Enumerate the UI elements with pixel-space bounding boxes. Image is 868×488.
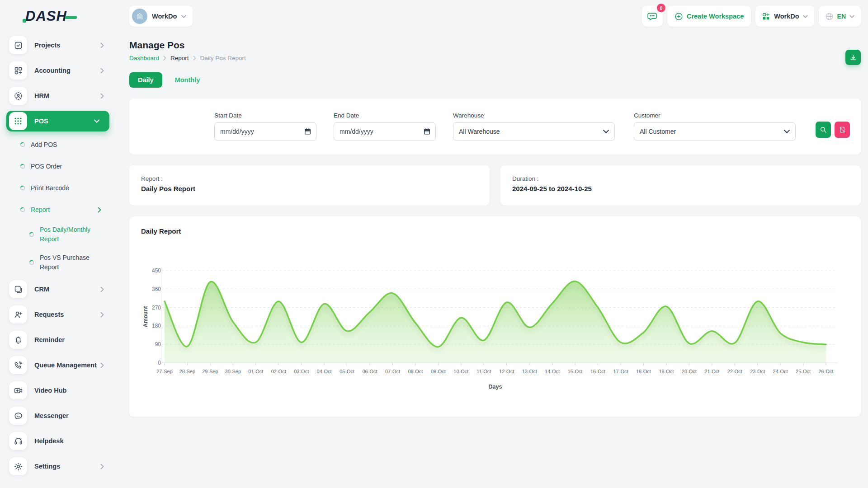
tab-monthly[interactable]: Monthly [170, 72, 205, 88]
helpdesk-icon [9, 432, 27, 450]
search-button[interactable] [816, 122, 831, 138]
svg-text:19-Oct: 19-Oct [659, 369, 674, 374]
sidebar-item-projects[interactable]: Projects [0, 33, 118, 58]
svg-text:24-Oct: 24-Oct [773, 369, 788, 374]
sidebar-item-messenger[interactable]: Messenger [0, 403, 118, 428]
start-date-input[interactable] [214, 122, 316, 141]
sidebar-item-accounting[interactable]: Accounting [0, 58, 118, 83]
requests-icon [9, 305, 27, 324]
svg-text:180: 180 [152, 323, 161, 329]
svg-text:17-Oct: 17-Oct [613, 369, 628, 374]
warehouse-field: Warehouse All Warehouse [453, 112, 615, 141]
chart-title: Daily Report [141, 227, 181, 235]
clear-filter-icon [839, 126, 846, 133]
svg-text:09-Oct: 09-Oct [431, 369, 446, 374]
workspace-switcher[interactable]: WorkDo [129, 6, 193, 27]
warehouse-selected-value: All Warehouse [459, 128, 500, 135]
svg-text:14-Oct: 14-Oct [545, 369, 560, 374]
end-date-input[interactable] [334, 122, 436, 141]
sidebar-item-label: Settings [34, 463, 60, 470]
sidebar-subitem-label: Print Barcode [31, 184, 69, 192]
tab-daily[interactable]: Daily [129, 72, 162, 88]
download-button[interactable] [845, 50, 861, 65]
svg-text:05-Oct: 05-Oct [340, 369, 354, 374]
sidebar-item-label: Projects [34, 42, 60, 49]
sidebar-subitem-label: POS Order [31, 163, 62, 170]
svg-text:0: 0 [158, 360, 161, 366]
sidebar-subitem-add-pos[interactable]: Add POS [0, 134, 118, 155]
company-menu-button[interactable]: WorkDo [755, 6, 814, 27]
chevron-down-icon [94, 119, 99, 123]
warehouse-label: Warehouse [453, 112, 615, 119]
sidebar-item-label: Accounting [34, 67, 71, 74]
svg-text:16-Oct: 16-Oct [590, 369, 605, 374]
sidebar-nav: Projects Accounting HRM POS Add POS POS … [0, 33, 118, 479]
customer-select[interactable]: All Customer [634, 122, 796, 141]
create-workspace-button[interactable]: Create Workspace [667, 6, 751, 27]
brand-logo[interactable]: DASH [0, 0, 118, 33]
sidebar-item-label: HRM [34, 92, 49, 99]
sidebar-item-helpdesk[interactable]: Helpdesk [0, 428, 118, 454]
breadcrumb-item-report[interactable]: Report [170, 55, 189, 61]
bullet-icon [20, 185, 25, 191]
svg-text:20-Oct: 20-Oct [682, 369, 697, 374]
chevron-down-icon [849, 15, 854, 18]
sidebar-item-label: Messenger [34, 412, 69, 419]
sidebar-subitem-pos-vs-purchase-report[interactable]: Pos VS Purchase Report [0, 249, 118, 277]
sidebar-subitem-report[interactable]: Report [0, 199, 118, 221]
svg-text:26-Oct: 26-Oct [818, 369, 833, 374]
daily-report-chart-svg: 09018027036045027-Sep28-Sep29-Sep30-Sep0… [141, 243, 849, 408]
sidebar-item-hrm[interactable]: HRM [0, 83, 118, 108]
duration-summary-label: Duration : [512, 175, 849, 182]
sidebar-subitem-pos-daily-monthly-report[interactable]: Pos Daily/Monthly Report [0, 221, 118, 249]
search-icon [820, 126, 827, 133]
svg-text:23-Oct: 23-Oct [750, 369, 765, 374]
breadcrumb-item-dashboard[interactable]: Dashboard [129, 55, 159, 61]
svg-text:270: 270 [152, 305, 161, 311]
workspace-name: WorkDo [152, 13, 177, 20]
messages-button[interactable]: 0 [642, 6, 663, 27]
app-root: DASH Projects Accounting HRM POS Add POS… [0, 0, 868, 488]
sidebar-subitem-label: Report [31, 206, 50, 213]
logo-text: DASH [25, 8, 67, 24]
sidebar-item-queue-management[interactable]: Queue Management [0, 352, 118, 378]
sidebar-item-crm[interactable]: CRM [0, 277, 118, 302]
bullet-icon [29, 232, 34, 237]
chevron-right-icon [100, 42, 104, 48]
language-code: EN [837, 13, 846, 20]
report-summary-card: Report : Daily Pos Report [129, 165, 490, 206]
accounting-icon [9, 61, 27, 80]
download-icon [849, 54, 857, 61]
sidebar-item-settings[interactable]: Settings [0, 454, 118, 479]
main-content: Manage Pos DashboardReportDaily Pos Repo… [129, 33, 861, 417]
sidebar-subitem-pos-order[interactable]: POS Order [0, 155, 118, 177]
sidebar-item-label: Video Hub [34, 387, 66, 394]
messages-badge: 0 [657, 4, 665, 12]
topbar: WorkDo 0 Create Workspace [118, 0, 868, 33]
summary-row: Report : Daily Pos Report Duration : 202… [129, 165, 861, 206]
chevron-down-icon [784, 130, 790, 133]
sidebar-item-requests[interactable]: Requests [0, 302, 118, 327]
sidebar-item-pos[interactable]: POS [6, 111, 109, 131]
svg-text:90: 90 [155, 341, 161, 347]
language-selector[interactable]: EN [819, 6, 861, 27]
sidebar-item-reminder[interactable]: Reminder [0, 327, 118, 352]
sidebar-subitem-print-barcode[interactable]: Print Barcode [0, 177, 118, 199]
svg-text:03-Oct: 03-Oct [294, 369, 309, 374]
crm-icon [9, 280, 27, 298]
svg-text:15-Oct: 15-Oct [568, 369, 583, 374]
reset-filter-button[interactable] [835, 122, 850, 138]
reminder-icon [9, 331, 27, 349]
customer-selected-value: All Customer [640, 128, 676, 135]
start-date-label: Start Date [214, 112, 316, 119]
globe-icon [825, 12, 834, 21]
topbar-actions: 0 Create Workspace WorkDo EN [642, 6, 861, 27]
sidebar-item-video-hub[interactable]: Video Hub [0, 378, 118, 403]
plus-circle-icon [675, 12, 683, 21]
svg-text:13-Oct: 13-Oct [522, 369, 537, 374]
svg-text:30-Sep: 30-Sep [225, 369, 241, 374]
svg-text:29-Sep: 29-Sep [202, 369, 218, 374]
grid-plus-icon [762, 12, 770, 21]
company-menu-label: WorkDo [774, 13, 799, 20]
warehouse-select[interactable]: All Warehouse [453, 122, 615, 141]
